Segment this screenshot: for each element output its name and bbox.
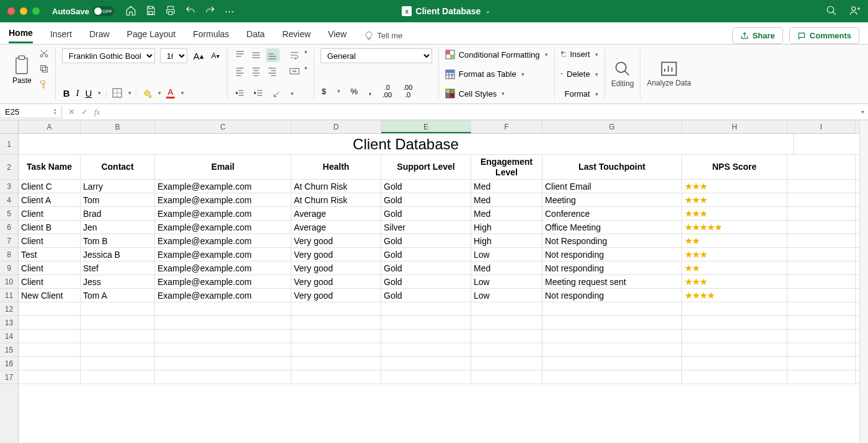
fx-icon[interactable]: fx xyxy=(94,107,100,117)
row-header-17[interactable]: 17 xyxy=(0,371,18,384)
cell[interactable]: Not Responding xyxy=(542,234,682,247)
tab-home[interactable]: Home xyxy=(9,28,33,43)
cell[interactable] xyxy=(155,357,291,370)
cell[interactable]: At Churn Risk xyxy=(291,193,381,206)
cell[interactable] xyxy=(81,371,155,384)
row-header-15[interactable]: 15 xyxy=(0,343,18,357)
cell[interactable]: Client B xyxy=(19,221,81,234)
cell[interactable]: Jess xyxy=(81,275,155,288)
table-header[interactable]: Health xyxy=(291,155,381,179)
cell[interactable]: Client xyxy=(19,261,81,274)
cell[interactable] xyxy=(155,302,291,315)
cell[interactable] xyxy=(381,316,471,329)
cell[interactable] xyxy=(81,330,155,343)
cell-styles[interactable]: Cell Styles▾ xyxy=(445,87,548,100)
cell[interactable]: Low xyxy=(471,248,542,261)
cell[interactable] xyxy=(155,316,291,329)
italic-button[interactable]: I xyxy=(75,87,81,100)
cell[interactable] xyxy=(471,330,542,343)
cell[interactable]: Jen xyxy=(81,221,155,234)
enter-formula-icon[interactable]: ✓ xyxy=(81,107,88,117)
table-header[interactable]: Task Name xyxy=(19,155,81,179)
cell[interactable]: Low xyxy=(471,289,542,302)
tab-view[interactable]: View xyxy=(328,29,347,43)
namebox-spinner[interactable]: ▴▾ xyxy=(54,108,56,115)
table-header[interactable]: NPS Score xyxy=(682,155,787,179)
cell[interactable]: Tom A xyxy=(81,289,155,302)
tab-review[interactable]: Review xyxy=(282,29,311,43)
table-header[interactable]: Support Level xyxy=(381,155,471,179)
row-header-6[interactable]: 6 xyxy=(0,221,18,234)
column-header-H[interactable]: H xyxy=(682,120,787,133)
nps-stars[interactable]: ★★★ xyxy=(682,275,787,288)
comma-icon[interactable]: , xyxy=(368,86,373,97)
share-button[interactable]: Share xyxy=(732,27,783,44)
cell[interactable]: Meeting xyxy=(542,193,682,206)
cell[interactable] xyxy=(381,357,471,370)
cell[interactable] xyxy=(682,330,787,343)
cell[interactable]: Silver xyxy=(381,221,471,234)
cell[interactable]: Gold xyxy=(381,275,471,288)
editing-button[interactable]: Editing xyxy=(611,60,634,88)
cell[interactable] xyxy=(291,316,381,329)
column-header-D[interactable]: D xyxy=(291,120,381,133)
cell[interactable] xyxy=(471,316,542,329)
nps-stars[interactable]: ★★★ xyxy=(682,180,787,193)
table-header[interactable]: Contact xyxy=(81,155,155,179)
formula-input[interactable] xyxy=(106,106,857,118)
comments-button[interactable]: Comments xyxy=(789,27,859,44)
cell[interactable] xyxy=(471,302,542,315)
cell[interactable]: Stef xyxy=(81,261,155,274)
orientation-icon[interactable] xyxy=(271,87,283,100)
cell[interactable]: Low xyxy=(471,275,542,288)
nps-stars[interactable]: ★★★ xyxy=(682,193,787,206)
cell[interactable]: Average xyxy=(291,221,381,234)
table-header[interactable]: Email xyxy=(155,155,291,179)
cell[interactable] xyxy=(81,343,155,356)
cell[interactable] xyxy=(19,343,81,356)
minimize-window[interactable] xyxy=(20,7,27,15)
row-header-2[interactable]: 2 xyxy=(0,155,18,180)
nps-stars[interactable]: ★★★ xyxy=(682,207,787,220)
column-header-A[interactable]: A xyxy=(19,120,81,133)
underline-button[interactable]: U xyxy=(84,87,94,100)
cell[interactable] xyxy=(471,343,542,356)
font-size-select[interactable]: 16 xyxy=(160,48,187,63)
cell[interactable] xyxy=(291,343,381,356)
cell[interactable]: Med xyxy=(471,180,542,193)
cell[interactable]: Very good xyxy=(291,248,381,261)
cell[interactable]: New Client xyxy=(19,289,81,302)
cell[interactable]: Client xyxy=(19,234,81,247)
cell[interactable]: Example@example.com xyxy=(155,221,291,234)
fill-color-button[interactable] xyxy=(141,87,153,99)
cell[interactable]: Very good xyxy=(291,261,381,274)
cell[interactable] xyxy=(787,371,856,384)
cell[interactable]: Med xyxy=(471,193,542,206)
cell[interactable] xyxy=(787,261,856,274)
save-icon[interactable] xyxy=(145,5,156,18)
cell[interactable]: Gold xyxy=(381,193,471,206)
cell[interactable]: Gold xyxy=(381,207,471,220)
tab-data[interactable]: Data xyxy=(247,29,265,43)
cell[interactable] xyxy=(542,343,682,356)
cell[interactable] xyxy=(155,330,291,343)
name-box[interactable]: E25 ▴▾ xyxy=(0,106,62,118)
row-header-10[interactable]: 10 xyxy=(0,275,18,289)
cell[interactable] xyxy=(682,357,787,370)
increase-indent-icon[interactable] xyxy=(252,87,265,100)
row-header-7[interactable]: 7 xyxy=(0,234,18,248)
cell[interactable]: Client C xyxy=(19,180,81,193)
cell[interactable] xyxy=(19,357,81,370)
align-right-icon[interactable] xyxy=(266,64,280,78)
redo-icon[interactable] xyxy=(205,5,216,18)
format-painter-icon[interactable] xyxy=(39,79,49,91)
cell[interactable] xyxy=(787,316,856,329)
decrease-font-icon[interactable]: A▾ xyxy=(210,50,221,61)
cell[interactable] xyxy=(542,316,682,329)
cell[interactable]: Not responding xyxy=(542,248,682,261)
cell[interactable]: Example@example.com xyxy=(155,261,291,274)
cell[interactable]: Example@example.com xyxy=(155,180,291,193)
cell[interactable] xyxy=(542,330,682,343)
border-button[interactable] xyxy=(111,87,123,99)
cell[interactable] xyxy=(81,302,155,315)
